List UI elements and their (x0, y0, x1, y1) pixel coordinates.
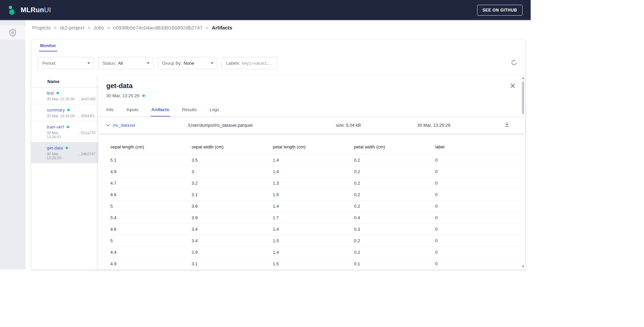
vertical-scrollbar (521, 77, 525, 268)
breadcrumb: Projects>sk2-project>Jobs>c0938b5e74c04a… (32, 25, 232, 30)
hexagon-project-icon (9, 29, 16, 37)
table-cell: 0 (435, 258, 520, 270)
brand-light: UI (44, 6, 51, 14)
artifact-expand[interactable]: iris_dataset (106, 123, 135, 128)
status-dot-icon (67, 109, 70, 111)
job-name-link[interactable]: summary (47, 107, 65, 113)
labels-input[interactable] (242, 61, 273, 66)
table-cell: 0.2 (354, 235, 435, 247)
tab-inputs[interactable]: Inputs (126, 104, 139, 116)
detail-tabs: InfoInputsArtifactsResultsLogs (98, 104, 525, 117)
table-cell: 0.3 (354, 224, 435, 235)
status-filter-dropdown[interactable]: Status: All (98, 57, 153, 69)
table-cell: 0 (435, 224, 520, 235)
job-name-link[interactable]: test (47, 90, 54, 96)
table-cell: 1.4 (273, 224, 354, 235)
job-uid: ...2db2747 (78, 152, 95, 160)
artifact-date: 30 Mar, 13:25:29 (417, 123, 450, 128)
table-cell: 4.7 (110, 178, 192, 189)
projects-nav-item[interactable] (0, 25, 25, 40)
status-dot-icon (142, 95, 145, 97)
artifact-name-link[interactable]: iris_dataset (113, 123, 135, 128)
job-uid: ...05642f1 (78, 114, 95, 118)
table-cell: 4.6 (110, 224, 192, 235)
download-button[interactable] (503, 121, 511, 129)
table-row: 4.63.41.40.30 (110, 224, 520, 235)
breadcrumb-link[interactable]: c0938b5e74c04acd83d9160892db2747 (113, 25, 203, 30)
top-tab-bar: Monitor (31, 40, 525, 52)
column-header: sepal length (cm) (110, 140, 192, 155)
tab-info[interactable]: Info (106, 104, 114, 116)
job-subtext: 30 Mar, 13:26:07 ...521a773 (47, 131, 95, 139)
list-item[interactable]: train-skrf 30 Mar, 13:26:07 ...521a773 (31, 121, 98, 142)
table-row: 4.93.11.50.10 (110, 258, 520, 270)
status-dot-icon (57, 92, 59, 94)
preview-table-body: 5.13.51.40.204.931.40.204.73.21.30.204.6… (110, 155, 520, 270)
column-header: label (435, 140, 520, 155)
labels-filter[interactable]: Labels: (222, 57, 277, 69)
breadcrumb-link[interactable]: Jobs (93, 25, 104, 30)
job-uid: ...521a773 (78, 131, 95, 139)
left-nav-strip (0, 20, 25, 269)
breadcrumb-link[interactable]: sk2-project (60, 25, 84, 30)
table-cell: 0.1 (354, 258, 435, 270)
mlrun-logo-icon (8, 5, 17, 15)
job-subtext: 30 Mar, 13:26:36 ...4e97c83 (47, 97, 95, 101)
table-cell: 5 (110, 235, 192, 247)
table-row: 5.43.91.70.40 (110, 212, 520, 224)
period-filter-dropdown[interactable]: Period: (38, 57, 94, 69)
table-cell: 0 (435, 166, 520, 178)
tab-artifacts[interactable]: Artifacts (151, 104, 170, 117)
main-card: Monitor Period: Status: All Group By: No… (31, 40, 525, 269)
list-item[interactable]: get-data 30 Mar, 13:25:29 ...2db2747 (31, 142, 98, 163)
table-cell: 4.9 (110, 258, 192, 270)
group-by-filter-dropdown[interactable]: Group By: None (158, 57, 217, 69)
job-list-header: Name (31, 76, 98, 87)
table-cell: 0.2 (354, 247, 435, 258)
table-cell: 3.4 (192, 224, 273, 235)
job-list-panel: Name test 30 Mar, 13:26:36 ...4e97c83 su… (31, 76, 98, 269)
brand-title: MLRunUI (21, 6, 51, 14)
table-cell: 3 (192, 166, 273, 178)
tab-logs[interactable]: Logs (209, 104, 220, 116)
tab-results[interactable]: Results (181, 104, 197, 116)
table-cell: 0 (435, 189, 520, 201)
job-timestamp: 30 Mar, 13:26:07 (47, 131, 74, 139)
chevron-down-icon (147, 62, 150, 64)
scroll-up-arrow[interactable] (522, 77, 525, 79)
list-item[interactable]: summary 30 Mar, 13:26:09 ...05642f1 (31, 104, 98, 121)
job-list: test 30 Mar, 13:26:36 ...4e97c83 summary… (31, 87, 98, 163)
column-header: petal width (cm) (354, 140, 435, 155)
close-button[interactable] (510, 83, 516, 90)
job-name-row: get-data (47, 145, 95, 150)
breadcrumb-link[interactable]: Projects (32, 25, 50, 30)
job-name-link[interactable]: get-data (47, 145, 63, 150)
table-cell: 0 (435, 212, 520, 224)
table-row: 53.61.40.20 (110, 201, 520, 212)
tab-monitor[interactable]: Monitor (39, 43, 57, 52)
see-on-github-button[interactable]: SEE ON GITHUB (477, 5, 523, 16)
refresh-button[interactable] (510, 58, 518, 68)
mlrun-logo[interactable]: MLRunUI (8, 5, 51, 15)
table-cell: 3.6 (192, 201, 273, 212)
breadcrumb-separator: > (53, 25, 57, 30)
table-cell: 0.2 (354, 155, 435, 166)
table-row: 5.13.51.40.20 (110, 155, 520, 166)
scrollbar-thumb[interactable] (522, 81, 524, 115)
table-row: 4.931.40.20 (110, 166, 520, 178)
table-cell: 3.1 (192, 189, 273, 201)
job-name-row: train-skrf (47, 124, 95, 129)
job-timestamp: 30 Mar, 13:25:29 (47, 152, 74, 160)
chevron-down-icon (87, 62, 90, 64)
period-filter-label: Period: (42, 61, 56, 66)
labels-filter-label: Labels: (226, 61, 240, 66)
scroll-down-arrow[interactable] (522, 266, 525, 267)
table-cell: 0.2 (354, 201, 435, 212)
table-cell: 0 (435, 201, 520, 212)
table-cell: 1.5 (273, 258, 354, 270)
detail-header: get-data 30 Mar, 13:25:29 (98, 76, 525, 98)
table-cell: 0.2 (354, 189, 435, 201)
table-cell: 1.4 (273, 201, 354, 212)
list-item[interactable]: test 30 Mar, 13:26:36 ...4e97c83 (31, 87, 98, 104)
job-name-link[interactable]: train-skrf (47, 124, 64, 129)
